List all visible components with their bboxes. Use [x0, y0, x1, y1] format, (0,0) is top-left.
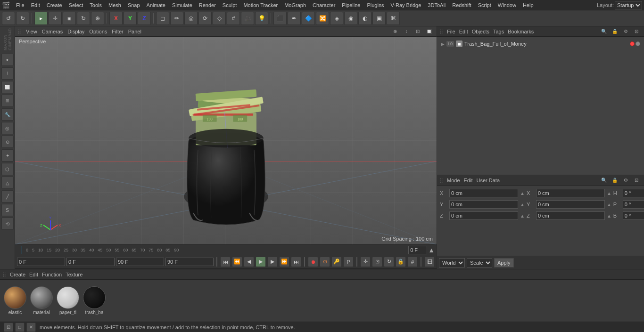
move-btn[interactable]: ✛ — [360, 257, 371, 267]
deform-btn[interactable]: 🔀 — [316, 12, 329, 25]
attr-b-input[interactable] — [623, 211, 644, 220]
material-item-elastic[interactable]: elastic — [4, 286, 26, 315]
nurbs-btn[interactable]: 🔷 — [302, 12, 315, 25]
next-keyframe-button[interactable]: ▶ — [267, 257, 278, 267]
move-tool-button[interactable]: ✛ — [49, 12, 62, 25]
tool-7[interactable]: ╱ — [1, 190, 14, 202]
attr-p-input[interactable] — [623, 200, 644, 209]
auto-key-button[interactable]: ⊙ — [320, 257, 330, 267]
attr-z-size-input[interactable] — [536, 211, 605, 220]
tool-9[interactable]: ⟲ — [1, 218, 14, 230]
vp-icon-2[interactable]: ↕ — [402, 27, 411, 36]
attr-lock-icon[interactable]: 🔒 — [610, 176, 619, 185]
loop-btn[interactable]: ⟳ — [198, 12, 212, 25]
lock-icon[interactable]: 🔒 — [610, 27, 619, 36]
effector-btn[interactable]: ◈ — [330, 12, 343, 25]
menu-window[interactable]: Window — [495, 1, 520, 9]
objects-objects-btn[interactable]: Objects — [472, 29, 489, 34]
scale-tool-button[interactable]: ▣ — [63, 12, 76, 25]
mode-uvw[interactable]: ⊞ — [1, 95, 14, 107]
menu-render[interactable]: Render — [196, 1, 219, 9]
cube-btn[interactable]: ⬛ — [273, 12, 287, 25]
mode-points[interactable]: ● — [1, 54, 14, 66]
attr-x-pos-input[interactable] — [449, 189, 518, 197]
record-button[interactable]: ⏺ — [308, 257, 318, 267]
field-btn[interactable]: ◉ — [344, 12, 357, 25]
prev-frame-input[interactable] — [66, 258, 115, 266]
menu-edit[interactable]: Edit — [28, 1, 43, 9]
select-btn[interactable]: ◇ — [213, 12, 226, 25]
object-dot-gray[interactable] — [636, 41, 640, 46]
vp-icon-1[interactable]: ⊕ — [390, 27, 400, 36]
viewport-menu-panel[interactable]: Panel — [128, 29, 141, 34]
tool-1[interactable]: 🔧 — [1, 108, 14, 121]
menu-animate[interactable]: Animate — [143, 1, 169, 9]
menu-simulate[interactable]: Simulate — [169, 1, 196, 9]
redo-button[interactable]: ↻ — [16, 12, 29, 25]
menu-pipeline[interactable]: Pipeline — [339, 1, 363, 9]
go-start-button[interactable]: ⏮ — [220, 257, 231, 267]
viewport-menu-options[interactable]: Options — [89, 29, 107, 34]
attr-y-size-input[interactable] — [536, 200, 605, 209]
vp-icon-3[interactable]: ⊡ — [413, 27, 422, 36]
play-forward-button[interactable]: ▶ — [256, 257, 266, 267]
mode-edges[interactable]: ⌇ — [1, 67, 14, 80]
mode-poly[interactable]: ⬜ — [1, 81, 14, 93]
menu-motion-tracker[interactable]: Motion Tracker — [240, 1, 281, 9]
material-item-material[interactable]: material — [30, 286, 53, 315]
menu-tools[interactable]: Tools — [86, 1, 105, 9]
menu-create[interactable]: Create — [43, 1, 66, 9]
mat-function-btn[interactable]: Function — [42, 272, 62, 277]
status-icon-1[interactable]: ⊡ — [4, 323, 13, 332]
pen-btn[interactable]: ✏ — [170, 12, 183, 25]
apply-button[interactable]: Apply — [494, 258, 514, 267]
z-axis-button[interactable]: Z — [138, 12, 151, 25]
viewport-menu-filter[interactable]: Filter — [112, 29, 123, 34]
material-item-paper[interactable]: paper_ti — [57, 286, 79, 315]
tool-4[interactable]: ✦ — [1, 149, 14, 162]
menu-3dtoall[interactable]: 3DToAll — [424, 1, 449, 9]
next-frame-button[interactable]: ⏩ — [279, 257, 289, 267]
attr-search-icon[interactable]: 🔍 — [599, 176, 609, 185]
objects-tags-btn[interactable]: Tags — [493, 29, 504, 34]
attr-mode-btn[interactable]: Mode — [447, 178, 460, 183]
camera-btn[interactable]: 🎥 — [241, 12, 254, 25]
material-item-trash[interactable]: trash_ba — [83, 286, 106, 315]
light-btn[interactable]: 💡 — [255, 12, 268, 25]
frame-up-arrow[interactable]: ▲ — [428, 246, 435, 254]
current-frame-input[interactable] — [408, 246, 427, 254]
y-axis-button[interactable]: Y — [124, 12, 137, 25]
object-btn[interactable]: ◻ — [156, 12, 169, 25]
tool-5[interactable]: ⬡ — [1, 163, 14, 175]
xpresso-btn[interactable]: ⌘ — [387, 12, 400, 25]
attr-expand-icon[interactable]: ⊡ — [632, 176, 641, 185]
rotate-btn2[interactable]: ↻ — [384, 257, 394, 267]
spline-btn[interactable]: ✒ — [288, 12, 301, 25]
objects-file-btn[interactable]: File — [447, 29, 455, 34]
target-btn[interactable]: ◎ — [184, 12, 198, 25]
prev-keyframe-button[interactable]: ◀ — [244, 257, 254, 267]
preview-button[interactable]: P — [343, 257, 354, 267]
scale-dropdown[interactable]: Scale — [467, 258, 492, 267]
menu-mesh[interactable]: Mesh — [105, 1, 124, 9]
tool-8[interactable]: S — [1, 204, 14, 216]
key-button[interactable]: 🔑 — [331, 257, 342, 267]
attr-edit-btn[interactable]: Edit — [464, 178, 473, 183]
objects-bookmarks-btn[interactable]: Bookmarks — [508, 29, 534, 34]
go-end-button[interactable]: ⏭ — [291, 257, 301, 267]
attr-userdata-btn[interactable]: User Data — [477, 178, 500, 183]
tool-6[interactable]: △ — [1, 177, 14, 189]
menu-file[interactable]: File — [13, 1, 28, 9]
viewport-menu-display[interactable]: Display — [67, 29, 84, 34]
texture-btn[interactable]: ▣ — [372, 12, 386, 25]
menu-sculpt[interactable]: Sculpt — [219, 1, 240, 9]
viewport[interactable]: 100 100 Perspective Grid Spacing : 100 c… — [15, 37, 437, 244]
attr-y-pos-input[interactable] — [449, 200, 518, 209]
prev-frame-button[interactable]: ⏪ — [232, 257, 242, 267]
object-dot-red[interactable] — [630, 41, 635, 46]
undo-button[interactable]: ↺ — [2, 12, 15, 25]
end-frame-input[interactable] — [116, 258, 164, 266]
viewport-menu-cameras[interactable]: Cameras — [42, 29, 63, 34]
object-item-trashbag[interactable]: ▶ L0 ◼ Trash_Bag_Full_of_Money — [439, 39, 642, 49]
layout-select[interactable]: Startup — [615, 1, 642, 9]
